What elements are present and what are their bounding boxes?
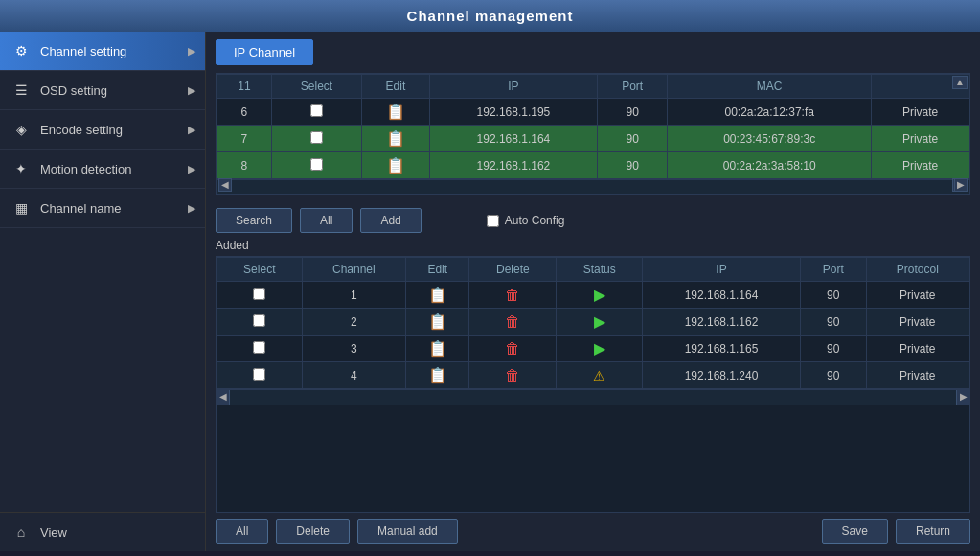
sidebar-item-channel-setting[interactable]: ⚙ Channel setting ▶	[0, 32, 205, 71]
lower-row-port: 90	[800, 336, 866, 362]
edit-icon[interactable]: 📋	[386, 157, 405, 174]
sidebar-item-motion-detection[interactable]: ✦ Motion detection ▶	[0, 150, 205, 189]
sidebar-label-encode-setting: Encode setting	[40, 123, 123, 137]
auto-config-checkbox[interactable]	[487, 215, 499, 227]
lower-col-ip: IP	[643, 258, 801, 282]
lower-row-status: ⚠	[557, 362, 643, 389]
lower-table-row: 1 📋 🗑 ▶ 192.168.1.164 90 Private	[217, 282, 969, 309]
sidebar-item-encode-setting[interactable]: ◈ Encode setting ▶	[0, 110, 205, 150]
row-mac: 00:2a:2a:12:37:fa	[668, 99, 872, 126]
delete-icon[interactable]: 🗑	[505, 287, 520, 303]
lower-edit-icon[interactable]: 📋	[428, 287, 447, 303]
add-button[interactable]: Add	[360, 208, 421, 233]
lower-row-edit[interactable]: 📋	[406, 282, 469, 309]
bottom-button-row: All Delete Manual add Save Return	[216, 519, 970, 544]
lower-row-edit[interactable]: 📋	[406, 336, 469, 362]
lower-row-delete[interactable]: 🗑	[469, 362, 557, 389]
sidebar-item-channel-name[interactable]: ▦ Channel name ▶	[0, 189, 205, 228]
lower-edit-icon[interactable]: 📋	[428, 340, 447, 357]
row-select-checkbox[interactable]	[310, 158, 323, 171]
chevron-right-icon-2: ▶	[188, 84, 195, 97]
row-ip: 192.168.1.164	[429, 126, 598, 152]
row-ip: 192.168.1.162	[429, 152, 598, 179]
lower-select-checkbox[interactable]	[253, 341, 265, 354]
tab-ip-channel[interactable]: IP Channel	[216, 39, 313, 65]
row-mac: 00:23:45:67:89:3c	[668, 126, 872, 152]
lower-row-port: 90	[800, 282, 866, 309]
col-ip: IP	[429, 75, 598, 99]
delete-icon[interactable]: 🗑	[505, 367, 520, 383]
lower-edit-icon[interactable]: 📋	[428, 367, 447, 383]
lower-select-checkbox[interactable]	[253, 368, 265, 381]
lower-row-delete[interactable]: 🗑	[469, 309, 557, 336]
edit-icon[interactable]: 📋	[386, 104, 405, 120]
all-button[interactable]: All	[216, 519, 268, 544]
chevron-right-icon: ▶	[188, 45, 195, 58]
sidebar-label-motion-detection: Motion detection	[40, 162, 131, 176]
row-select-cell[interactable]	[271, 126, 361, 152]
lower-col-channel: Channel	[302, 258, 406, 282]
lower-table-section: Select Channel Edit Delete Status IP Por…	[216, 256, 970, 513]
lower-select-checkbox[interactable]	[253, 314, 265, 327]
title-text: Channel management	[407, 8, 574, 24]
lower-select-checkbox[interactable]	[253, 288, 265, 300]
lower-row-ip: 192.168.1.165	[643, 336, 801, 362]
sidebar-label-view: View	[40, 525, 67, 540]
lower-table-row: 2 📋 🗑 ▶ 192.168.1.162 90 Private	[217, 309, 969, 336]
col-select: Select	[271, 75, 361, 99]
col-edit: Edit	[362, 75, 430, 99]
view-icon: ⌂	[11, 522, 31, 542]
row-port: 90	[598, 126, 668, 152]
search-button[interactable]: Search	[216, 208, 292, 233]
all-upper-button[interactable]: All	[300, 208, 353, 233]
lower-row-select[interactable]	[217, 336, 303, 362]
lower-row-delete[interactable]: 🗑	[469, 282, 557, 309]
lower-row-select[interactable]	[217, 309, 303, 336]
manual-add-button[interactable]: Manual add	[357, 519, 458, 544]
lower-row-edit[interactable]: 📋	[406, 362, 469, 389]
encode-icon: ◈	[11, 120, 31, 139]
row-num: 8	[217, 152, 272, 179]
delete-icon[interactable]: 🗑	[505, 313, 520, 330]
lower-scroll-right[interactable]: ▶	[956, 390, 969, 405]
row-edit-cell[interactable]: 📋	[362, 99, 430, 126]
osd-icon: ☰	[11, 81, 31, 100]
sidebar-item-view[interactable]: ⌂ View	[0, 512, 205, 551]
sidebar-label-osd-setting: OSD setting	[40, 83, 107, 98]
auto-config-label: Auto Config	[505, 214, 565, 227]
edit-icon[interactable]: 📋	[386, 130, 405, 147]
lower-edit-icon[interactable]: 📋	[428, 313, 447, 330]
lower-row-edit[interactable]: 📋	[406, 309, 469, 336]
row-mac: 00:2a:2a:3a:58:10	[668, 152, 872, 179]
scroll-up-button[interactable]: ▲	[952, 76, 968, 89]
lower-col-edit: Edit	[406, 258, 469, 282]
row-edit-cell[interactable]: 📋	[362, 152, 430, 179]
lower-col-status: Status	[557, 258, 643, 282]
row-select-checkbox[interactable]	[310, 104, 323, 117]
scroll-left-button[interactable]: ◀	[218, 178, 232, 192]
row-select-checkbox[interactable]	[310, 131, 323, 144]
lower-row-delete[interactable]: 🗑	[469, 336, 557, 362]
lower-row-status: ▶	[557, 336, 643, 362]
row-select-cell[interactable]	[271, 99, 361, 126]
lower-row-select[interactable]	[217, 362, 303, 389]
lower-col-protocol: Protocol	[866, 258, 969, 282]
upper-table-row: 8 📋 192.168.1.162 90 00:2a:2a:3a:58:10 P…	[217, 152, 969, 179]
return-button[interactable]: Return	[896, 519, 970, 544]
lower-row-ip: 192.168.1.164	[643, 282, 801, 309]
row-select-cell[interactable]	[271, 152, 361, 179]
delete-button[interactable]: Delete	[276, 519, 350, 544]
lower-row-channel: 4	[302, 362, 406, 389]
upper-table-row: 6 📋 192.168.1.195 90 00:2a:2a:12:37:fa P…	[217, 99, 969, 126]
row-edit-cell[interactable]: 📋	[362, 126, 430, 152]
content-area: IP Channel ▲ ▼ 11 Select Edit IP Port MA…	[206, 32, 980, 551]
delete-icon[interactable]: 🗑	[505, 340, 520, 357]
scroll-right-button[interactable]: ▶	[954, 178, 968, 192]
upper-table-section: ▲ ▼ 11 Select Edit IP Port MAC 6	[216, 73, 970, 195]
lower-row-port: 90	[800, 362, 866, 389]
save-button[interactable]: Save	[822, 519, 888, 544]
lower-row-select[interactable]	[217, 282, 303, 309]
lower-scroll-left[interactable]: ◀	[217, 390, 230, 405]
lower-row-protocol: Private	[866, 309, 969, 336]
sidebar-item-osd-setting[interactable]: ☰ OSD setting ▶	[0, 71, 205, 110]
